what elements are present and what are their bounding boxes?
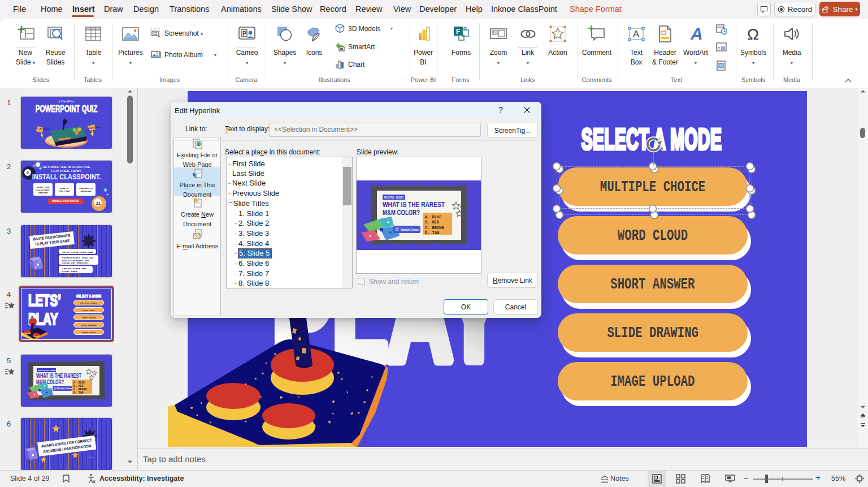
svg-text:Multiple Choice: Multiple Choice <box>401 228 419 231</box>
svg-text:MULTIPLE CHOICE: MULTIPLE CHOICE <box>38 369 59 372</box>
svg-text:Multiple Choice: Multiple Choice <box>57 387 72 390</box>
svg-text:11: 11 <box>96 201 101 206</box>
svg-text:B. RED: B. RED <box>73 385 83 387</box>
svg-text:D. TAN: D. TAN <box>73 391 83 394</box>
svg-text:ENTER SLIDE SHOW MODE: ENTER SLIDE SHOW MODE <box>62 251 94 253</box>
svg-text:#: # <box>718 46 721 51</box>
svg-text:P: P <box>242 30 246 37</box>
svg-text:Ω: Ω <box>747 25 759 43</box>
svg-text:MULTIPLE CHOICE: MULTIPLE CHOICE <box>384 196 404 200</box>
svg-text:CLASS CODE: CLASS CODE <box>62 270 77 273</box>
svg-text:D. TAN: D. TAN <box>425 231 439 235</box>
svg-text:A. BLUE: A. BLUE <box>73 381 85 384</box>
svg-text:F: F <box>456 28 460 36</box>
svg-text:C. BROWN: C. BROWN <box>73 388 86 391</box>
svg-text:A. BLUE: A. BLUE <box>425 215 441 219</box>
svg-text:WHAT IS THE RAREST: WHAT IS THE RAREST <box>383 200 445 209</box>
svg-text:LET'S PLAY: LET'S PLAY <box>89 127 101 130</box>
svg-text:C. BROWN: C. BROWN <box>425 226 444 230</box>
svg-text:A: A <box>690 24 703 43</box>
svg-text:A: A <box>633 29 640 40</box>
svg-text:M&M COLOR?: M&M COLOR? <box>383 208 420 217</box>
svg-text:USING ANY BROWSER: USING ANY BROWSER <box>62 261 88 264</box>
svg-text:B. RED: B. RED <box>425 220 439 225</box>
